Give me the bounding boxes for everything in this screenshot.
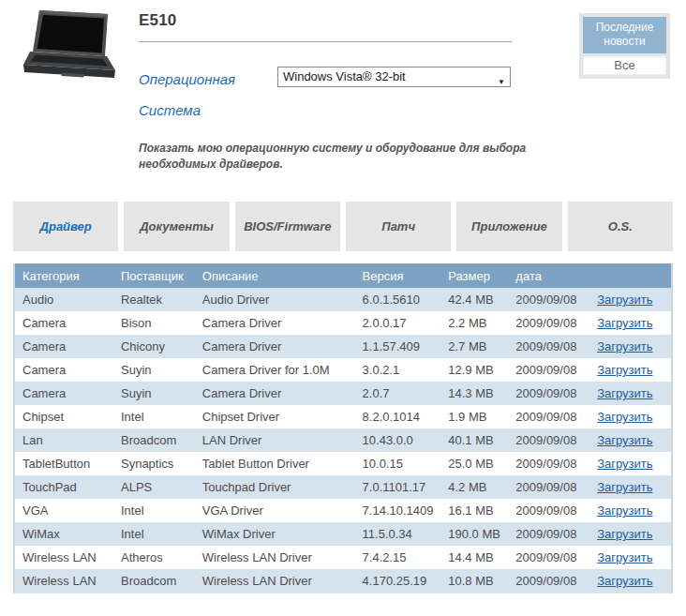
cell-vendor: Realtek (113, 288, 195, 311)
download-link[interactable]: Загрузить (597, 293, 652, 307)
cell-category: Lan (15, 428, 113, 452)
cell-date: 2009/09/08 (508, 428, 589, 452)
cell-date: 2009/09/08 (508, 335, 589, 358)
cell-size: 42.4 MB (440, 288, 508, 311)
cell-vendor: Synaptics (113, 452, 195, 475)
cell-description: Wireless LAN Driver (195, 546, 355, 569)
cell-download: Загрузить (589, 475, 671, 499)
cell-download: Загрузить (589, 546, 671, 569)
download-link[interactable]: Загрузить (597, 363, 652, 377)
cell-version: 10.43.0.0 (355, 428, 441, 452)
laptop-illustration (21, 8, 126, 94)
driver-table-body: AudioRealtekAudio Driver6.0.1.561042.4 M… (15, 288, 671, 593)
cell-size: 25.0 MB (440, 452, 508, 475)
table-row: CameraBisonCamera Driver2.0.0.172.2 MB20… (15, 311, 671, 335)
all-news-button[interactable]: Все (583, 56, 666, 75)
cell-vendor: Atheros (113, 546, 195, 569)
cell-vendor: Bison (113, 311, 195, 335)
latest-news-button[interactable]: Последние новости (583, 17, 666, 53)
column-header: Поставщик (113, 263, 195, 288)
cell-size: 14.4 MB (440, 546, 508, 569)
cell-description: Camera Driver for 1.0M (195, 358, 355, 382)
cell-description: WiMax Driver (195, 522, 355, 546)
chevron-down-icon: ▼ (498, 73, 505, 87)
column-header: Категория (15, 263, 113, 288)
cell-size: 10.8 MB (440, 569, 508, 593)
cell-date: 2009/09/08 (508, 569, 589, 593)
column-header: Описание (195, 263, 355, 288)
tab-3[interactable]: Патч (346, 202, 451, 251)
cell-version: 2.0.7 (355, 382, 441, 405)
table-row: Wireless LANAtherosWireless LAN Driver7.… (15, 546, 671, 569)
cell-download: Загрузить (589, 358, 671, 382)
table-row: CameraChiconyCamera Driver1.1.57.4092.7 … (15, 335, 671, 358)
download-link[interactable]: Загрузить (597, 503, 652, 518)
cell-vendor: Chicony (113, 335, 195, 358)
table-row: WiMaxIntelWiMax Driver11.5.0.34190.0 MB2… (15, 522, 671, 546)
download-link[interactable]: Загрузить (597, 550, 652, 564)
cell-download: Загрузить (589, 428, 671, 452)
cell-size: 1.9 MB (440, 405, 508, 428)
tab-2[interactable]: BIOS/Firmware (235, 202, 340, 251)
cell-version: 8.2.0.1014 (355, 405, 441, 428)
tab-1[interactable]: Документы (124, 202, 229, 251)
cell-vendor: Broadcom (113, 428, 195, 452)
cell-download: Загрузить (589, 452, 671, 475)
download-link[interactable]: Загрузить (597, 574, 652, 588)
cell-download: Загрузить (589, 522, 671, 546)
cell-date: 2009/09/08 (508, 499, 589, 522)
cell-vendor: Intel (113, 405, 195, 428)
cell-size: 190.0 MB (440, 522, 508, 546)
cell-download: Загрузить (589, 499, 671, 522)
cell-version: 11.5.0.34 (355, 522, 441, 546)
column-header: Размер (440, 263, 508, 288)
cell-description: Chipset Driver (195, 405, 355, 428)
download-link[interactable]: Загрузить (597, 386, 652, 400)
download-link[interactable]: Загрузить (597, 527, 652, 541)
cell-download: Загрузить (589, 569, 671, 593)
download-link[interactable]: Загрузить (597, 433, 652, 447)
table-row: LanBroadcomLAN Driver10.43.0.040.1 MB200… (15, 428, 671, 452)
os-select[interactable]: Windows Vista® 32-bit ▼ (277, 67, 511, 87)
cell-date: 2009/09/08 (508, 288, 589, 311)
column-header: Версия (355, 263, 441, 288)
download-link[interactable]: Загрузить (597, 316, 652, 330)
cell-vendor: Intel (113, 499, 195, 522)
tab-0[interactable]: Драйвер (13, 202, 118, 251)
download-link[interactable]: Загрузить (597, 480, 652, 494)
news-widget: Последние новости Все (579, 13, 670, 79)
table-row: CameraSuyinCamera Driver for 1.0M3.0.2.1… (15, 358, 671, 382)
cell-category: Camera (15, 382, 113, 405)
cell-date: 2009/09/08 (508, 522, 589, 546)
cell-size: 12.9 MB (440, 358, 508, 382)
table-row: CameraSuyinCamera Driver2.0.714.3 MB2009… (15, 382, 671, 405)
cell-download: Загрузить (589, 335, 671, 358)
cell-description: Audio Driver (195, 288, 355, 311)
cell-date: 2009/09/08 (508, 452, 589, 475)
cell-category: Wireless LAN (15, 546, 113, 569)
cell-vendor: Suyin (113, 358, 195, 382)
cell-version: 1.1.57.409 (355, 335, 441, 358)
cell-category: Wireless LAN (15, 569, 113, 593)
cell-description: VGA Driver (195, 499, 355, 522)
cell-category: Camera (15, 358, 113, 382)
download-link[interactable]: Загрузить (597, 457, 652, 471)
title-divider (139, 41, 512, 42)
cell-category: Audio (15, 288, 113, 311)
driver-table: КатегорияПоставщикОписаниеВерсияРазмерда… (15, 263, 671, 593)
download-link[interactable]: Загрузить (597, 339, 652, 353)
cell-download: Загрузить (589, 288, 671, 311)
cell-size: 14.3 MB (440, 382, 508, 405)
tab-4[interactable]: Приложение (456, 202, 561, 251)
cell-category: Camera (15, 311, 113, 335)
cell-size: 2.2 MB (440, 311, 508, 335)
download-link[interactable]: Загрузить (597, 410, 652, 424)
table-row: AudioRealtekAudio Driver6.0.1.561042.4 M… (15, 288, 671, 311)
cell-date: 2009/09/08 (508, 311, 589, 335)
driver-table-wrap: КатегорияПоставщикОписаниеВерсияРазмерда… (13, 263, 673, 593)
tab-5[interactable]: O.S. (568, 202, 673, 251)
cell-description: Tablet Button Driver (195, 452, 355, 475)
cell-download: Загрузить (589, 311, 671, 335)
table-row: VGAIntelVGA Driver7.14.10.140916.1 MB200… (15, 499, 671, 522)
table-header-row: КатегорияПоставщикОписаниеВерсияРазмерда… (15, 263, 671, 288)
